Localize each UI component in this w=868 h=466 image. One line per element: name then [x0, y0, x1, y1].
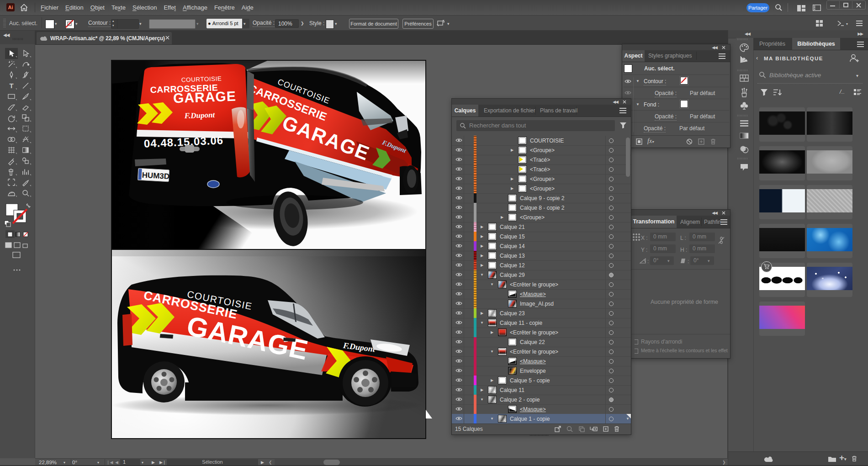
- svg-text:T: T: [9, 82, 13, 90]
- svg-text:HUM3D: HUM3D: [142, 171, 169, 181]
- svg-text:F.Dupont: F.Dupont: [184, 111, 216, 120]
- svg-text:GARAGE: GARAGE: [173, 89, 237, 106]
